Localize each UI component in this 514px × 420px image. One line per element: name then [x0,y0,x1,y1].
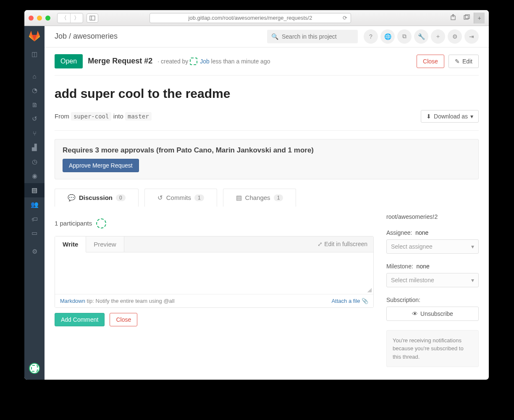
share-icon[interactable] [450,14,456,22]
add-comment-label: Add Comment [61,316,98,323]
new-tab-button[interactable]: + [474,13,485,24]
rail-labels-icon[interactable]: 🏷 [24,212,45,226]
branches-row: From super-cool into master ⬇ Download a… [55,110,479,131]
rail-merge-requests-icon[interactable]: ▤ [24,183,45,197]
gitlab-logo-icon[interactable] [29,30,40,42]
comment-textarea[interactable] [55,252,373,293]
user-avatar-icon[interactable] [29,363,40,374]
rail-branches-icon[interactable]: ⑂ [24,126,45,140]
url-bar[interactable]: job.gitlap.com/root/awesomeries/merge_re… [149,13,351,23]
tabs-overview-icon[interactable] [464,14,470,21]
mr-id: Merge Request #2 [88,57,152,66]
tab-discussion[interactable]: 💬 Discussion 0 [55,189,139,207]
resize-handle-icon[interactable] [367,288,372,292]
markdown-tip: Markdown tip: Notify the entire team usi… [60,298,175,304]
fullscreen-label: Edit in fullscreen [324,241,367,247]
approval-text: Requires 3 more approvals (from Pato Can… [63,146,471,155]
comment-textarea-wrap [55,252,373,294]
author-link[interactable]: Job [200,58,210,65]
target-branch: master [125,112,152,121]
app-frame: ◫ ⌂ ◔ 🗎 ↺ ⑂ ▟ ◷ ◉ ▤ 👥 🏷 ▭ ⚙ Job / awesom… [24,26,489,380]
project-search[interactable]: 🔍 [267,30,358,43]
assignee-select-placeholder: Select assignee [391,243,433,250]
subscription-block: Subscription: 👁 Unsubscribe [386,297,479,321]
copy-icon[interactable]: ⧉ [397,29,412,44]
write-tab[interactable]: Write [55,236,86,252]
tab-commits[interactable]: ↺ Commits 1 [144,189,217,207]
svg-rect-4 [464,16,468,19]
created-time: less than a minute ago [211,58,270,65]
unsubscribe-label: Unsubscribe [420,310,453,317]
preview-tab[interactable]: Preview [86,236,124,252]
download-button[interactable]: ⬇ Download as ▾ [421,110,479,123]
author-identicon-icon [190,58,197,65]
mr-tabs: 💬 Discussion 0 ↺ Commits 1 ▤ Changes 1 [55,189,479,207]
breadcrumb[interactable]: Job / awesomeries [55,32,118,41]
mr-header: Open Merge Request #2 · created by Job l… [55,54,479,76]
close-from-comment-button[interactable]: Close [110,313,137,326]
tab-commits-count: 1 [194,194,204,201]
markdown-link[interactable]: Markdown [60,298,85,304]
forward-button[interactable]: 〉 [70,13,83,23]
close-from-comment-label: Close [116,316,131,323]
search-input[interactable] [282,33,355,40]
rail-history-icon[interactable]: ↺ [24,112,45,126]
subscription-note: You're receiving notifications because y… [386,330,479,368]
wrench-icon[interactable]: 🔧 [414,29,428,44]
rail-milestones-icon[interactable]: ◷ [24,155,45,169]
milestone-label: Milestone: [386,263,413,270]
rail-issues-icon[interactable]: ◉ [24,169,45,183]
close-mr-button[interactable]: Close [417,55,444,68]
edit-mr-label: Edit [462,58,472,65]
unsubscribe-button[interactable]: 👁 Unsubscribe [386,307,479,321]
milestone-select[interactable]: Select milestone ▾ [386,273,479,287]
reload-icon[interactable]: ⟳ [343,15,347,21]
expand-icon: ⤢ [317,241,323,247]
svg-marker-10 [29,31,32,35]
markdown-tip-text: tip: Notify the entire team using @all [85,298,175,304]
milestone-block: Milestone: none Select milestone ▾ [386,263,479,287]
top-actions: ? 🌐 ⧉ 🔧 ＋ ⚙ ⇥ [364,29,479,44]
main-pane: Job / awesomeries 🔍 ? 🌐 ⧉ 🔧 ＋ ⚙ ⇥ [45,26,489,380]
tabs-button[interactable] [87,13,98,23]
plus-icon[interactable]: ＋ [431,29,445,44]
svg-rect-5 [465,15,469,18]
comment-box: Write Preview ⤢ Edit in fullscreen [55,236,374,308]
rail-files-icon[interactable]: 🗎 [24,97,45,112]
rail-dashboard-icon[interactable]: ◔ [24,83,45,97]
maximize-window-icon[interactable] [45,16,50,21]
attach-file-link[interactable]: Attach a file 📎 [331,298,368,304]
rail-graphs-icon[interactable]: ▟ [24,140,45,155]
assignee-label-row: Assignee: none [386,229,479,236]
rail-wiki-icon[interactable]: ▭ [24,226,45,240]
gear-icon[interactable]: ⚙ [448,29,462,44]
svg-marker-11 [37,31,39,35]
sign-out-icon[interactable]: ⇥ [464,29,479,44]
fullscreen-link[interactable]: ⤢ Edit in fullscreen [317,241,373,247]
help-icon[interactable]: ? [364,29,378,44]
reference-block: root/awesomeries!2 [386,213,479,220]
eye-icon: 👁 [412,310,418,317]
tab-changes-label: Changes [245,194,270,201]
tab-changes[interactable]: ▤ Changes 1 [223,189,296,207]
into-label: into [113,113,123,120]
rail-settings-icon[interactable]: ⚙ [24,244,45,259]
project-topbar: Job / awesomeries 🔍 ? 🌐 ⧉ 🔧 ＋ ⚙ ⇥ [45,26,489,47]
download-label: Download as [434,113,468,120]
close-window-icon[interactable] [29,16,34,21]
comment-tabs: Write Preview ⤢ Edit in fullscreen [55,236,373,252]
rail-members-icon[interactable]: 👥 [24,197,45,212]
explore-icon[interactable]: 🌐 [380,29,395,44]
approve-button[interactable]: Approve Merge Request [63,159,139,172]
rail-collapse-icon[interactable]: ◫ [24,47,45,61]
left-nav-rail: ◫ ⌂ ◔ 🗎 ↺ ⑂ ▟ ◷ ◉ ▤ 👥 🏷 ▭ ⚙ [24,26,45,380]
edit-mr-button[interactable]: ✎Edit [448,55,479,68]
main-column: 1 participants Write Preview ⤢ Edit in f… [55,213,374,368]
participants-label: 1 participants [55,220,92,227]
back-button[interactable]: 〈 [58,13,70,23]
assignee-select[interactable]: Select assignee ▾ [386,239,479,254]
rail-home-icon[interactable]: ⌂ [24,69,45,83]
add-comment-button[interactable]: Add Comment [55,313,105,326]
assignee-label: Assignee: [386,229,412,236]
minimize-window-icon[interactable] [37,16,42,21]
